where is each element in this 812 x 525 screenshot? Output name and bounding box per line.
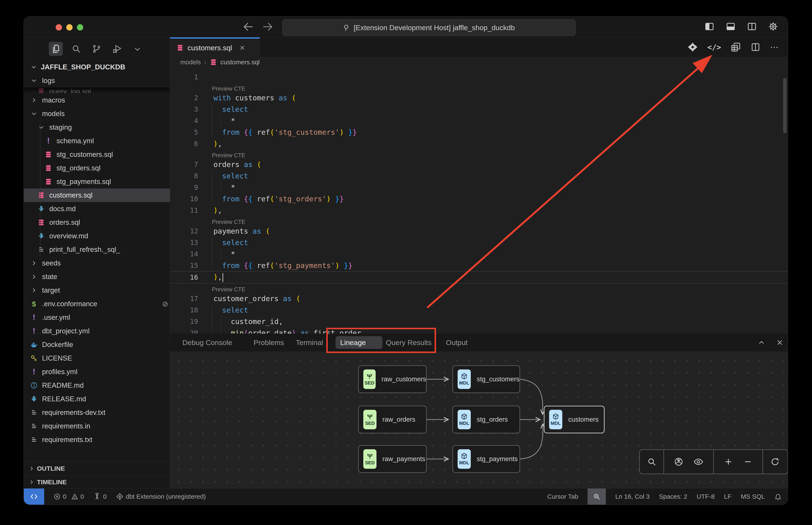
breadcrumb-file[interactable]: customers.sql bbox=[220, 59, 260, 66]
tree-file-.env.conformance[interactable]: $.env.conformance⊘ bbox=[24, 297, 175, 311]
language-mode-status[interactable]: MS SQL bbox=[741, 489, 765, 505]
close-tab-icon[interactable] bbox=[239, 44, 246, 51]
tree-file-print_full_refresh._sql_[interactable]: print_full_refresh._sql_ bbox=[24, 243, 182, 256]
indentation-status[interactable]: Spaces: 2 bbox=[659, 489, 687, 505]
run-debug-icon[interactable] bbox=[110, 42, 124, 56]
code-line-5[interactable]: 5 from {{ ref('stg_customers') }} bbox=[170, 126, 788, 138]
tree-file-stg_orders.sql[interactable]: stg_orders.sql bbox=[24, 161, 190, 175]
dbt-extension-status[interactable]: dbt Extension (unregistered) bbox=[116, 489, 206, 505]
tree-file-orders.sql[interactable]: orders.sql bbox=[24, 215, 182, 229]
codelens-preview-cte[interactable]: Preview CTE bbox=[170, 83, 788, 92]
minimize-window-button[interactable] bbox=[66, 24, 73, 31]
code-editor[interactable]: 1Preview CTE2with customers as (3 select… bbox=[170, 69, 788, 334]
lineage-refresh-icon[interactable] bbox=[770, 457, 780, 467]
tree-folder-logs[interactable]: logs bbox=[24, 74, 175, 87]
dbt-icon[interactable] bbox=[688, 42, 698, 52]
close-panel-icon[interactable] bbox=[776, 338, 784, 347]
source-control-icon[interactable] bbox=[90, 42, 104, 56]
lineage-node-stg_payments[interactable]: MDL stg_payments bbox=[453, 445, 520, 473]
panel-tab-debug-console[interactable]: Debug Console bbox=[182, 334, 232, 351]
navigate-back-icon[interactable] bbox=[242, 20, 255, 33]
tree-file-stg_customers.sql[interactable]: stg_customers.sql bbox=[24, 148, 190, 161]
tree-file-Dockerfile[interactable]: Dockerfile bbox=[24, 338, 175, 351]
inline-sql-icon[interactable]: </> bbox=[707, 43, 721, 51]
codelens-preview-cte[interactable]: Preview CTE bbox=[170, 149, 788, 159]
project-root-row[interactable]: JAFFLE_SHOP_DUCKDB bbox=[24, 60, 176, 74]
navigate-forward-icon[interactable] bbox=[261, 20, 274, 33]
eol-status[interactable]: LF bbox=[724, 489, 732, 505]
code-line-12[interactable]: 12payments as ( bbox=[170, 225, 788, 237]
toggle-sidebar-icon[interactable] bbox=[703, 19, 717, 33]
lineage-node-raw_customers[interactable]: SED raw_customers bbox=[358, 365, 427, 393]
codelens-preview-cte[interactable]: Preview CTE bbox=[170, 216, 788, 225]
lineage-eye-icon[interactable] bbox=[693, 457, 704, 467]
code-line-4[interactable]: 4 * bbox=[170, 115, 788, 126]
lineage-search-icon[interactable] bbox=[647, 457, 656, 466]
cursor-position-status[interactable]: Ln 16, Col 3 bbox=[615, 489, 650, 505]
code-line-9[interactable]: 9 * bbox=[170, 182, 788, 193]
tree-file-requirements.txt[interactable]: requirements.txt bbox=[24, 433, 175, 447]
code-line-20[interactable]: 20 min(order_date) as first_order, bbox=[170, 327, 788, 334]
tree-file-customers.sql[interactable]: customers.sql bbox=[24, 189, 182, 202]
code-line-1[interactable]: 1 bbox=[170, 71, 788, 83]
timeline-section[interactable]: TIMELINE bbox=[24, 475, 170, 489]
tree-folder-models[interactable]: models bbox=[24, 107, 175, 121]
search-icon[interactable] bbox=[69, 42, 83, 56]
command-center-search[interactable]: [Extension Development Host] jaffle_shop… bbox=[282, 19, 575, 36]
more-views-chevron-icon[interactable] bbox=[130, 42, 144, 56]
code-line-16[interactable]: 16), bbox=[170, 271, 788, 284]
tree-folder-staging[interactable]: staging bbox=[24, 121, 182, 134]
lineage-zoom-in-icon[interactable] bbox=[723, 457, 733, 467]
tree-folder-target[interactable]: target bbox=[24, 284, 175, 297]
code-line-11[interactable]: 11), bbox=[170, 205, 788, 216]
panel-tab-problems[interactable]: Problems bbox=[253, 334, 284, 351]
tree-file-README.md[interactable]: README.md bbox=[24, 378, 175, 392]
code-line-18[interactable]: 18 select bbox=[170, 304, 788, 316]
panel-tab-lineage[interactable]: Lineage bbox=[340, 334, 366, 351]
tree-file-requirements-dev.txt[interactable]: requirements-dev.txt bbox=[24, 406, 175, 419]
code-line-8[interactable]: 8 select bbox=[170, 170, 788, 182]
tree-file-dbt_project.yml[interactable]: !dbt_project.yml bbox=[24, 324, 175, 338]
code-line-19[interactable]: 19 customer_id, bbox=[170, 316, 788, 327]
tree-file-docs.md[interactable]: docs.md bbox=[24, 202, 182, 215]
encoding-status[interactable]: UTF-8 bbox=[697, 489, 715, 505]
zoom-magnifier-icon[interactable] bbox=[588, 489, 606, 505]
code-line-14[interactable]: 14 * bbox=[170, 248, 788, 260]
lineage-node-raw_payments[interactable]: SED raw_payments bbox=[358, 445, 427, 473]
cursor-tab-status[interactable]: Cursor Tab bbox=[547, 489, 578, 505]
lineage-node-customers[interactable]: MDL customers bbox=[544, 406, 605, 433]
split-editor-icon[interactable] bbox=[750, 42, 761, 52]
ports-status[interactable]: 0 bbox=[93, 489, 107, 505]
more-actions-icon[interactable]: ⋯ bbox=[770, 42, 779, 52]
tab-customers-sql[interactable]: customers.sql bbox=[170, 38, 260, 57]
outline-section[interactable]: OUTLINE bbox=[24, 462, 170, 475]
code-line-2[interactable]: 2with customers as ( bbox=[170, 92, 788, 104]
lineage-zoom-out-icon[interactable] bbox=[743, 457, 753, 467]
code-line-15[interactable]: 15 from {{ ref('stg_payments') }} bbox=[170, 260, 788, 271]
query-results-table-icon[interactable] bbox=[730, 42, 741, 52]
tree-file-.user.yml[interactable]: !.user.yml bbox=[24, 311, 175, 324]
code-line-6[interactable]: 6), bbox=[170, 138, 788, 149]
maximize-panel-chevron-icon[interactable] bbox=[757, 338, 766, 347]
breadcrumb-models[interactable]: models bbox=[180, 59, 201, 66]
close-window-button[interactable] bbox=[56, 24, 62, 31]
tree-file-LICENSE[interactable]: LICENSE bbox=[24, 351, 175, 365]
tree-file-requirements.in[interactable]: requirements.in bbox=[24, 419, 175, 433]
lineage-node-stg_orders[interactable]: MDL stg_orders bbox=[453, 406, 520, 433]
lineage-aperture-icon[interactable] bbox=[674, 457, 683, 467]
tree-file-RELEASE.md[interactable]: RELEASE.md bbox=[24, 392, 175, 406]
split-layout-icon[interactable] bbox=[745, 19, 759, 33]
remote-indicator[interactable] bbox=[24, 489, 44, 505]
tree-file-stg_payments.sql[interactable]: stg_payments.sql bbox=[24, 175, 190, 189]
lineage-node-stg_customers[interactable]: MDL stg_customers bbox=[453, 365, 520, 393]
tree-folder-state[interactable]: state bbox=[24, 270, 175, 284]
panel-tab-terminal[interactable]: Terminal bbox=[296, 334, 323, 351]
tree-file-overview.md[interactable]: overview.md bbox=[24, 229, 182, 243]
breadcrumb[interactable]: models › customers.sql bbox=[170, 57, 788, 68]
toggle-panel-icon[interactable] bbox=[724, 19, 738, 33]
zoom-window-button[interactable] bbox=[77, 24, 83, 31]
lineage-node-raw_orders[interactable]: SED raw_orders bbox=[358, 406, 427, 433]
tree-folder-seeds[interactable]: seeds bbox=[24, 256, 175, 270]
notifications-bell-icon[interactable] bbox=[774, 493, 782, 500]
code-line-10[interactable]: 10 from {{ ref('stg_orders') }} bbox=[170, 193, 788, 205]
